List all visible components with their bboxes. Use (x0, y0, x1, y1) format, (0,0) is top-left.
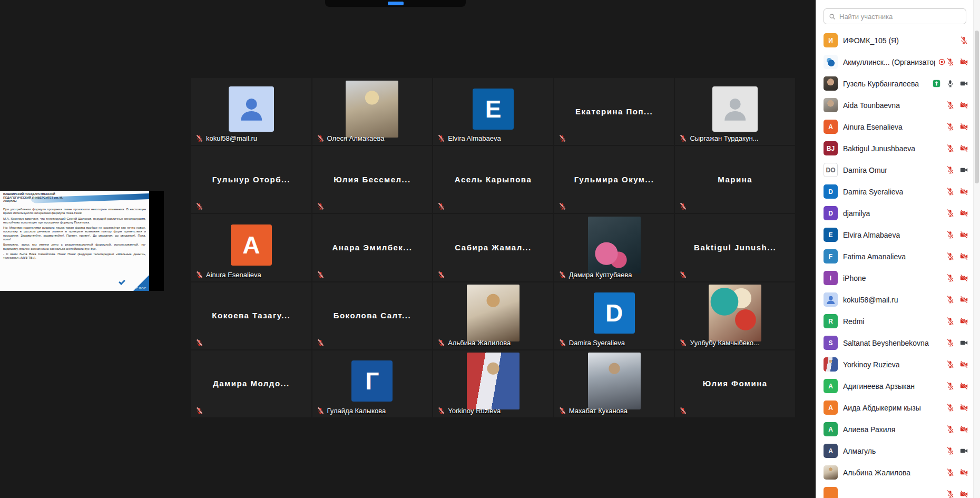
mic-muted-icon[interactable] (946, 317, 955, 326)
avatar-letter: D (594, 292, 635, 334)
video-tile[interactable]: Боколова Салт... (312, 282, 433, 349)
video-tile[interactable]: Сыргажан Турдакун... (675, 78, 795, 145)
video-tile[interactable]: kokul58@mail.ru (191, 78, 311, 145)
video-tile[interactable]: Гульмира Окум... (554, 146, 674, 213)
video-tile[interactable]: Юлия Бессмел... (312, 146, 433, 213)
camera-off-icon[interactable] (959, 252, 968, 261)
participant-row[interactable]: SSaltanat Beyshenbekovna (816, 332, 973, 354)
participant-row[interactable]: AАлмагуль (816, 440, 973, 462)
mic-muted-icon[interactable] (946, 144, 955, 153)
participant-row[interactable]: Акмуллинск... (Организатор) (816, 51, 973, 73)
video-tile[interactable]: Yorkinoy Ruzieva (433, 350, 553, 417)
participant-row[interactable]: AАида Абдыкерим кызы (816, 397, 973, 418)
participant-row[interactable]: AАлиева Рахиля (816, 418, 973, 440)
participant-row[interactable]: DDamira Syeralieva (816, 181, 973, 202)
participant-row[interactable]: Альбина Жалилова (816, 462, 973, 483)
camera-off-icon[interactable] (959, 144, 968, 153)
controls-expand-button[interactable] (388, 2, 404, 5)
mic-muted-icon[interactable] (946, 274, 955, 282)
panel-scrollbar[interactable] (973, 0, 980, 498)
camera-off-icon[interactable] (959, 295, 968, 304)
camera-off-icon[interactable] (959, 317, 968, 326)
video-tile[interactable]: EElvira Almabaeva (433, 78, 553, 145)
video-tile[interactable]: Анара Эмилбек... (312, 214, 433, 281)
mic-muted-icon[interactable] (946, 101, 955, 110)
mic-icon[interactable] (946, 79, 955, 88)
mic-muted-icon[interactable] (946, 295, 955, 304)
mic-muted-icon[interactable] (946, 382, 955, 390)
camera-icon[interactable] (959, 338, 968, 347)
video-tile[interactable]: DDamira Syeralieva (554, 282, 674, 349)
video-tile[interactable]: Махабат Куканова (554, 350, 674, 417)
participant-row[interactable]: AAinura Esenalieva (816, 116, 973, 138)
video-tile[interactable]: AAinura Esenalieva (191, 214, 311, 281)
mic-muted-icon[interactable] (946, 165, 955, 174)
screen-share-icon[interactable] (932, 79, 941, 88)
mic-muted-icon[interactable] (946, 403, 955, 412)
video-tile[interactable]: Дамира Куптубаева (554, 214, 674, 281)
scrollbar-thumb[interactable] (975, 31, 979, 183)
participant-row[interactable]: DODamira Omur (816, 159, 973, 181)
participant-row[interactable]: EElvira Almabaeva (816, 224, 973, 246)
mic-muted-icon[interactable] (946, 209, 955, 218)
mic-muted-icon[interactable] (959, 36, 968, 45)
video-tile[interactable]: Асель Карыпова (433, 146, 553, 213)
mic-muted-icon[interactable] (946, 57, 955, 66)
camera-off-icon[interactable] (959, 360, 968, 369)
camera-icon[interactable] (959, 79, 968, 88)
mic-muted-icon[interactable] (946, 360, 955, 369)
camera-off-icon[interactable] (959, 101, 968, 110)
avatar-letter: S (824, 336, 838, 350)
video-tile[interactable]: Baktigul Junush... (675, 214, 795, 281)
video-tile[interactable]: Уулбубу Камчыбеко... (675, 282, 795, 349)
participant-row[interactable]: kokul58@mail.ru (816, 289, 973, 310)
mic-muted-icon[interactable] (946, 230, 955, 239)
camera-off-icon[interactable] (959, 468, 968, 477)
video-tile[interactable]: Гульнур Оторб... (191, 146, 311, 213)
participant-row[interactable]: Aida Tounbaevna (816, 94, 973, 116)
camera-off-icon[interactable] (959, 382, 968, 390)
participant-row[interactable]: Yorkinoy Ruzieva (816, 354, 973, 375)
participant-row[interactable]: BJBaktigul Junushbaeva (816, 138, 973, 159)
video-tile[interactable]: Олеся Алмакаева (312, 78, 433, 145)
video-tile[interactable]: Кокоева Тазагу... (191, 282, 311, 349)
mic-muted-icon[interactable] (946, 425, 955, 434)
video-tile[interactable]: Екатерина Поп... (554, 78, 674, 145)
camera-off-icon[interactable] (959, 274, 968, 282)
participant-row[interactable]: Ddjamilya (816, 202, 973, 224)
mic-muted-icon[interactable] (946, 338, 955, 347)
camera-off-icon[interactable] (959, 425, 968, 434)
camera-off-icon[interactable] (959, 230, 968, 239)
video-tile[interactable]: Дамира Молдо... (191, 350, 311, 417)
video-tile[interactable]: ГГулайда Калыкова (312, 350, 433, 417)
participant-row[interactable]: IiPhone (816, 267, 973, 289)
collapsed-meeting-controls[interactable] (325, 0, 466, 7)
mic-muted-icon[interactable] (946, 490, 955, 498)
video-tile[interactable]: Марина (675, 146, 795, 213)
camera-off-icon[interactable] (959, 209, 968, 218)
camera-off-icon[interactable] (959, 490, 968, 498)
camera-icon[interactable] (959, 165, 968, 174)
participant-row[interactable] (816, 483, 973, 498)
mic-muted-icon[interactable] (946, 446, 955, 455)
participant-row[interactable]: ИИФОМК_105 (Я) (816, 30, 973, 51)
mic-muted-icon[interactable] (946, 187, 955, 196)
camera-off-icon[interactable] (959, 57, 968, 66)
participant-row[interactable]: Гузель Курбангалеева (816, 73, 973, 94)
camera-off-icon[interactable] (959, 187, 968, 196)
video-tile[interactable]: Альбина Жалилова (433, 282, 553, 349)
screen-share-preview[interactable]: БАШКИРСКИЙ ГОСУДАРСТВЕННЫЙ ПЕДАГОГИЧЕСКИ… (0, 191, 164, 291)
participant-row[interactable]: AАдигинеева Арзыкан (816, 375, 973, 397)
participant-search[interactable] (824, 8, 966, 24)
participant-row[interactable]: RRedmi (816, 310, 973, 332)
mic-muted-icon[interactable] (946, 122, 955, 131)
search-input[interactable] (839, 13, 962, 21)
mic-muted-icon[interactable] (946, 252, 955, 261)
video-tile[interactable]: Юлия Фомина (675, 350, 795, 417)
video-tile[interactable]: Сабира Жамал... (433, 214, 553, 281)
camera-icon[interactable] (959, 446, 968, 455)
mic-muted-icon[interactable] (946, 468, 955, 477)
participant-row[interactable]: FFatima Amanalieva (816, 246, 973, 267)
camera-off-icon[interactable] (959, 403, 968, 412)
camera-off-icon[interactable] (959, 122, 968, 131)
